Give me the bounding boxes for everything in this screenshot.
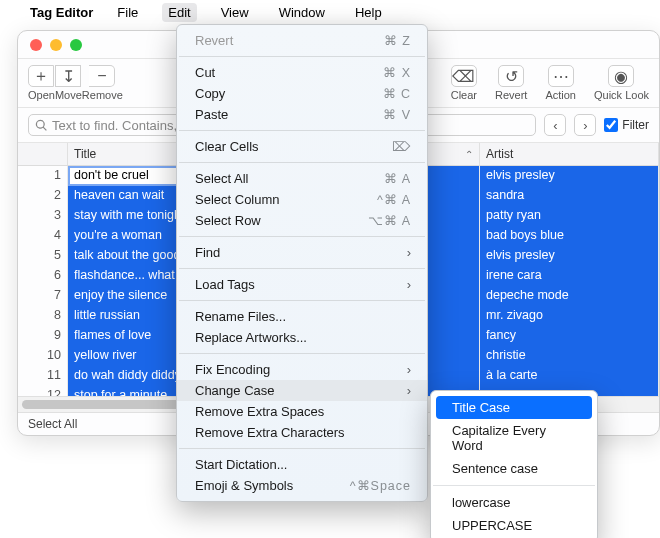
eraser-icon: ⌫ bbox=[451, 65, 477, 87]
chevron-right-icon: › bbox=[407, 245, 411, 260]
clear-label: Clear bbox=[451, 89, 477, 101]
action-label: Action bbox=[545, 89, 576, 101]
search-icon bbox=[35, 119, 48, 132]
menu-item[interactable]: Clear Cells⌦ bbox=[177, 136, 427, 157]
menubar-view[interactable]: View bbox=[215, 3, 255, 22]
chevron-right-icon: › bbox=[407, 362, 411, 377]
plus-icon: ＋ bbox=[28, 65, 54, 87]
open-label: Open bbox=[28, 89, 55, 101]
quicklook-button[interactable]: ◉ Quick Look bbox=[594, 65, 649, 101]
row-number: 11 bbox=[18, 366, 68, 386]
cell-artist[interactable]: irene cara bbox=[480, 266, 659, 286]
submenu-item[interactable]: UPPERCASE bbox=[436, 514, 592, 537]
minus-icon: − bbox=[89, 65, 115, 87]
menu-item[interactable]: Select Row⌥⌘ A bbox=[177, 210, 427, 231]
menu-item[interactable]: Rename Files... bbox=[177, 306, 427, 327]
menubar-edit[interactable]: Edit bbox=[162, 3, 196, 22]
filter-checkbox[interactable] bbox=[604, 118, 618, 132]
menu-item[interactable]: Copy⌘ C bbox=[177, 83, 427, 104]
revert-label: Revert bbox=[495, 89, 527, 101]
menu-item[interactable]: Cut⌘ X bbox=[177, 62, 427, 83]
col-rownum[interactable] bbox=[18, 143, 68, 165]
undo-icon: ↺ bbox=[498, 65, 524, 87]
cell-artist[interactable]: bad boys blue bbox=[480, 226, 659, 246]
chevron-right-icon: › bbox=[407, 383, 411, 398]
submenu-item[interactable]: Capitalize Every Word bbox=[436, 419, 592, 457]
menu-item[interactable]: Remove Extra Spaces bbox=[177, 401, 427, 422]
search-prev-button[interactable]: ‹ bbox=[544, 114, 566, 136]
clear-button[interactable]: ⌫ Clear bbox=[451, 65, 477, 101]
row-number: 10 bbox=[18, 346, 68, 366]
chevron-right-icon: › bbox=[407, 277, 411, 292]
row-number: 3 bbox=[18, 206, 68, 226]
menu-item[interactable]: Replace Artworks... bbox=[177, 327, 427, 348]
row-number: 8 bbox=[18, 306, 68, 326]
mac-menubar: Tag Editor File Edit View Window Help bbox=[0, 0, 660, 24]
quicklook-label: Quick Look bbox=[594, 89, 649, 101]
menu-item[interactable]: Remove Extra Characters bbox=[177, 422, 427, 443]
remove-label: Remove bbox=[82, 89, 123, 101]
submenu-item[interactable]: lowercase bbox=[436, 491, 592, 514]
filter-label: Filter bbox=[622, 118, 649, 132]
more-icon: ⋯ bbox=[548, 65, 574, 87]
move-button[interactable]: ↧ Move bbox=[55, 65, 82, 101]
search-next-button[interactable]: › bbox=[574, 114, 596, 136]
edit-menu: Revert⌘ ZCut⌘ XCopy⌘ CPaste⌘ VClear Cell… bbox=[176, 24, 428, 502]
cell-artist[interactable]: depeche mode bbox=[480, 286, 659, 306]
menu-item[interactable]: Select Column^⌘ A bbox=[177, 189, 427, 210]
row-number: 2 bbox=[18, 186, 68, 206]
submenu-item[interactable]: Title Case bbox=[436, 396, 592, 419]
row-number: 6 bbox=[18, 266, 68, 286]
row-number: 12 bbox=[18, 386, 68, 396]
cell-artist[interactable]: sandra bbox=[480, 186, 659, 206]
menu-item[interactable]: Emoji & Symbols^⌘Space bbox=[177, 475, 427, 496]
menu-item[interactable]: Find› bbox=[177, 242, 427, 263]
cell-artist[interactable]: patty ryan bbox=[480, 206, 659, 226]
menu-item[interactable]: Select All⌘ A bbox=[177, 168, 427, 189]
revert-button[interactable]: ↺ Revert bbox=[495, 65, 527, 101]
col-artist[interactable]: Artist bbox=[480, 143, 659, 165]
move-icon: ↧ bbox=[55, 65, 81, 87]
cell-artist[interactable]: elvis presley bbox=[480, 246, 659, 266]
action-button[interactable]: ⋯ Action bbox=[545, 65, 576, 101]
cell-artist[interactable]: elvis presley bbox=[480, 166, 659, 186]
eye-icon: ◉ bbox=[608, 65, 634, 87]
filter-toggle[interactable]: Filter bbox=[604, 118, 649, 132]
menu-item[interactable]: Start Dictation... bbox=[177, 454, 427, 475]
traffic-lights bbox=[18, 39, 82, 51]
cell-artist[interactable]: à la carte bbox=[480, 366, 659, 386]
row-number: 5 bbox=[18, 246, 68, 266]
move-label: Move bbox=[55, 89, 82, 101]
minimize-icon[interactable] bbox=[50, 39, 62, 51]
menu-item[interactable]: Change Case› bbox=[177, 380, 427, 401]
cell-artist[interactable]: mr. zivago bbox=[480, 306, 659, 326]
menu-item: Revert⌘ Z bbox=[177, 30, 427, 51]
app-name[interactable]: Tag Editor bbox=[30, 5, 93, 20]
row-number: 1 bbox=[18, 166, 68, 186]
row-number: 4 bbox=[18, 226, 68, 246]
zoom-icon[interactable] bbox=[70, 39, 82, 51]
cell-artist[interactable]: fancy bbox=[480, 326, 659, 346]
submenu-item[interactable]: Sentence case bbox=[436, 457, 592, 480]
menubar-window[interactable]: Window bbox=[273, 3, 331, 22]
search-placeholder: Text to find. Contains, ca bbox=[52, 118, 194, 133]
open-button[interactable]: ＋ Open bbox=[28, 65, 55, 101]
cell-artist[interactable]: christie bbox=[480, 346, 659, 366]
menubar-help[interactable]: Help bbox=[349, 3, 388, 22]
row-number: 9 bbox=[18, 326, 68, 346]
sort-icon: ⌃ bbox=[465, 149, 473, 160]
menu-item[interactable]: Paste⌘ V bbox=[177, 104, 427, 125]
close-icon[interactable] bbox=[30, 39, 42, 51]
remove-button[interactable]: − Remove bbox=[82, 65, 123, 101]
change-case-submenu: Title CaseCapitalize Every WordSentence … bbox=[430, 390, 598, 538]
menu-item[interactable]: Fix Encoding› bbox=[177, 359, 427, 380]
menu-item[interactable]: Load Tags› bbox=[177, 274, 427, 295]
menubar-file[interactable]: File bbox=[111, 3, 144, 22]
row-number: 7 bbox=[18, 286, 68, 306]
